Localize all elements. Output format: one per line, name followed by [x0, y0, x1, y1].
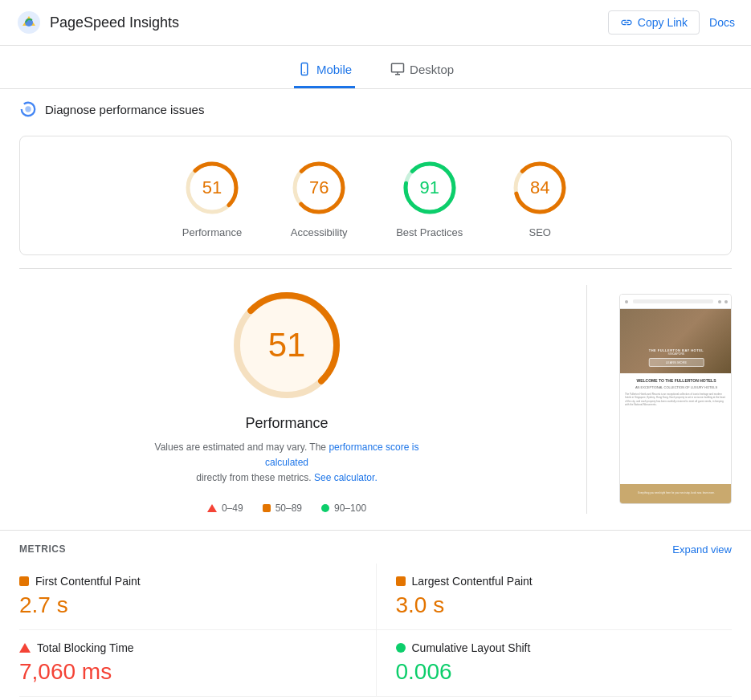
metrics-header: METRICS Expand view: [0, 531, 751, 564]
fcp-value: 2.7 s: [19, 592, 357, 618]
score-label-accessibility: Accessibility: [291, 226, 348, 238]
performance-left: 51 Performance Values are estimated and …: [19, 285, 587, 514]
legend-item-needs-improvement: 50–89: [263, 503, 302, 514]
legend-item-good: 90–100: [321, 503, 366, 514]
metric-item-si: Speed Index 13.0 s: [19, 697, 376, 700]
score-item-accessibility[interactable]: 76 Accessibility: [290, 159, 348, 238]
docs-link[interactable]: Docs: [709, 16, 735, 29]
score-item-performance[interactable]: 51 Performance: [182, 159, 242, 238]
lcp-value: 3.0 s: [396, 592, 733, 618]
metric-header-fcp: First Contentful Paint: [19, 575, 357, 588]
see-calculator-link[interactable]: See calculator.: [314, 472, 378, 483]
mock-hero-image: THE FULLERTON BAY HOTEL SINGAPORE LEARN …: [620, 309, 732, 373]
metric-header-tbt: Total Blocking Time: [19, 641, 357, 654]
score-section: 51 Performance 76 Accessibility: [19, 136, 732, 255]
legend-item-poor: 0–49: [207, 503, 243, 514]
diagnose-icon: [19, 100, 37, 118]
mock-learn-more-btn: LEARN MORE: [649, 358, 704, 367]
circle-icon: [321, 504, 329, 512]
pagespeed-logo-icon: [16, 10, 42, 35]
performance-detail: 51 Performance Values are estimated and …: [0, 269, 751, 531]
tbt-indicator: [19, 643, 31, 653]
lcp-indicator: [396, 576, 406, 586]
legend-row: 0–49 50–89 90–100: [207, 503, 366, 514]
square-icon: [263, 504, 271, 512]
big-score-number: 51: [268, 326, 306, 364]
metric-item-lcp: Largest Contentful Paint 3.0 s: [376, 564, 733, 630]
copy-link-button[interactable]: Copy Link: [608, 10, 700, 35]
tab-mobile-label: Mobile: [316, 63, 352, 76]
header: PageSpeed Insights Copy Link Docs: [0, 0, 751, 46]
metrics-grid: First Contentful Paint 2.7 s Largest Con…: [0, 564, 751, 700]
score-item-seo[interactable]: 84 SEO: [511, 159, 569, 238]
triangle-icon: [207, 504, 217, 512]
screenshot-preview: THE FULLERTON BAY HOTEL SINGAPORE LEARN …: [619, 294, 732, 504]
tab-desktop-label: Desktop: [410, 63, 454, 76]
header-left: PageSpeed Insights: [16, 10, 179, 35]
copy-link-label: Copy Link: [638, 16, 688, 29]
link-icon: [620, 16, 633, 29]
expand-view-button[interactable]: Expand view: [672, 543, 732, 556]
app-title: PageSpeed Insights: [50, 14, 179, 31]
metric-header-cls: Cumulative Layout Shift: [396, 641, 733, 654]
header-right: Copy Link Docs: [608, 10, 735, 35]
tbt-value: 7,060 ms: [19, 659, 357, 685]
score-circle-accessibility: 76: [290, 159, 348, 217]
mock-footer: Everything you need right here for your …: [620, 484, 732, 503]
metric-item-tbt: Total Blocking Time 7,060 ms: [19, 630, 376, 697]
mock-body-text: The Fullerton Hotels and Resorts is an e…: [625, 393, 728, 406]
mock-content-area: WELCOME TO THE FULLERTON HOTELS AN EXCEP…: [620, 373, 732, 484]
score-label-best-practices: Best Practices: [396, 226, 463, 238]
big-score-circle: 51: [227, 285, 347, 405]
cls-name: Cumulative Layout Shift: [412, 641, 531, 654]
mock-hotel-text: THE FULLERTON BAY HOTEL SINGAPORE LEARN …: [649, 348, 704, 367]
diagnose-text: Diagnose performance issues: [45, 103, 204, 116]
svg-point-8: [25, 106, 31, 112]
tbt-name: Total Blocking Time: [37, 641, 134, 654]
metrics-label: METRICS: [19, 543, 66, 555]
performance-right: THE FULLERTON BAY HOTEL SINGAPORE LEARN …: [587, 285, 732, 514]
lcp-name: Largest Contentful Paint: [412, 575, 533, 588]
mock-dot-1: [625, 300, 628, 303]
score-number-accessibility: 76: [309, 177, 329, 198]
diagnose-banner: Diagnose performance issues: [0, 89, 751, 129]
score-circle-best-practices: 91: [401, 159, 459, 217]
performance-description: Values are estimated and may vary. The p…: [142, 440, 431, 486]
tabs-bar: Mobile Desktop: [0, 46, 751, 89]
cls-indicator: [396, 643, 406, 653]
score-number-performance: 51: [202, 177, 222, 198]
metric-header-lcp: Largest Contentful Paint: [396, 575, 733, 588]
mobile-icon: [297, 62, 312, 76]
score-number-seo: 84: [530, 177, 549, 198]
score-row: 51 Performance 76 Accessibility: [36, 159, 715, 238]
performance-title: Performance: [245, 415, 328, 432]
mock-footer-text: Everything you need right here for your …: [636, 490, 716, 497]
fcp-name: First Contentful Paint: [35, 575, 141, 588]
mock-dot-3: [724, 300, 728, 303]
score-label-performance: Performance: [182, 226, 242, 238]
metric-item-fcp: First Contentful Paint 2.7 s: [19, 564, 376, 630]
mock-dot-2: [718, 300, 721, 303]
desktop-icon: [390, 62, 405, 76]
metric-item-cls: Cumulative Layout Shift 0.006: [376, 630, 733, 697]
score-circle-seo: 84: [511, 159, 569, 217]
cls-value: 0.006: [396, 659, 733, 685]
fcp-indicator: [19, 576, 29, 586]
mock-subtitle: AN EXCEPTIONAL COLLECTION OF LUXURY HOTE…: [625, 385, 728, 389]
score-number-best-practices: 91: [419, 177, 439, 198]
score-item-best-practices[interactable]: 91 Best Practices: [396, 159, 463, 238]
screenshot-mockup: THE FULLERTON BAY HOTEL SINGAPORE LEARN …: [620, 295, 732, 503]
score-label-seo: SEO: [529, 226, 551, 238]
mock-welcome-title: WELCOME TO THE FULLERTON HOTELS: [625, 378, 728, 383]
tab-desktop[interactable]: Desktop: [387, 54, 457, 88]
tab-mobile[interactable]: Mobile: [294, 54, 355, 88]
score-circle-performance: 51: [183, 159, 241, 217]
svg-rect-4: [392, 63, 404, 72]
mock-browser-header: [620, 295, 732, 309]
